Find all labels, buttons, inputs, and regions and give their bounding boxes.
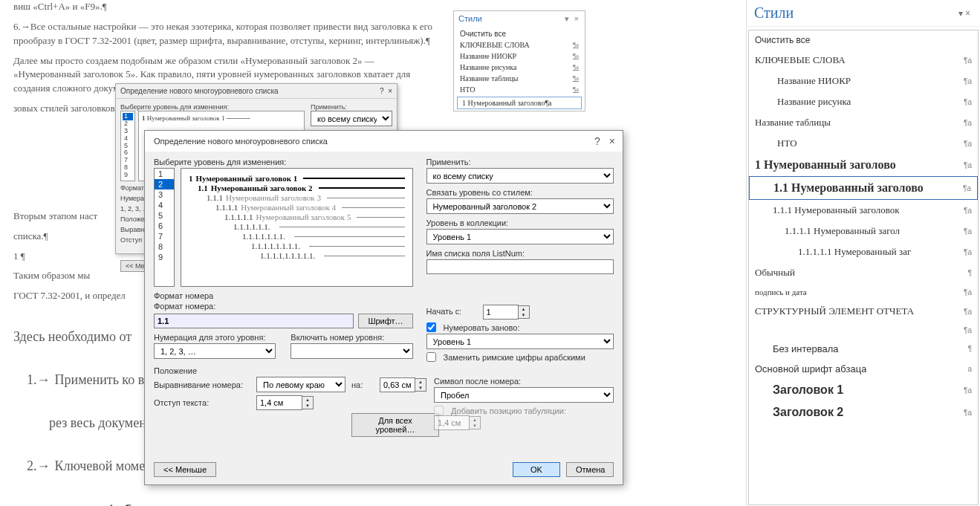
dialog-titlebar: Определение нового многоуровневого списк… xyxy=(145,131,623,152)
style-row[interactable]: НТО¶a xyxy=(749,133,978,154)
style-row[interactable]: Название НИОКР¶a xyxy=(749,71,978,91)
level-preview: 1 Нумерованный заголовок 11.1 Нумерованн… xyxy=(181,168,413,287)
mini-style-item[interactable]: Название таблицы¶a xyxy=(455,73,583,84)
tab-input xyxy=(434,415,470,430)
style-row[interactable]: Без интервала¶ xyxy=(749,339,978,359)
clear-all-link[interactable]: Очистить все xyxy=(455,28,583,39)
style-row[interactable]: КЛЮЧЕВЫЕ СЛОВА¶a xyxy=(749,50,978,71)
link-style-select[interactable]: Нумерованный заголовок 2 xyxy=(426,198,614,214)
follow-select[interactable]: Пробел xyxy=(434,387,614,403)
listnum-label: Имя списка поля ListNum: xyxy=(426,249,614,258)
cancel-button[interactable]: Отмена xyxy=(566,462,614,477)
select-level-label: Выберите уровень для изменения: xyxy=(154,158,413,166)
mini-styles-title: Стили xyxy=(458,14,482,24)
level-option[interactable]: 1 xyxy=(155,169,174,179)
style-row[interactable]: Обычный¶ xyxy=(749,262,978,283)
at-label: на: xyxy=(351,380,374,389)
back-level-list[interactable]: 123456789 xyxy=(120,111,135,181)
help-icon[interactable]: ? xyxy=(380,87,384,95)
spin-up-icon[interactable]: ▲ xyxy=(415,379,426,385)
level-option[interactable]: 8 xyxy=(155,241,174,252)
close-icon[interactable]: × xyxy=(388,87,392,95)
preview-row: 1.1.1.1.1 Нумерованный заголовок 5 xyxy=(189,213,405,221)
close-icon[interactable]: × xyxy=(609,135,615,147)
dropdown-icon[interactable]: ▾ xyxy=(958,8,965,19)
follow-label: Символ после номера: xyxy=(434,377,614,386)
style-row[interactable]: ¶a xyxy=(749,322,978,339)
clear-all-link[interactable]: Очистить все xyxy=(749,30,978,50)
restart-checkbox[interactable] xyxy=(426,322,436,332)
style-row[interactable]: 1.1.1.1 Нумерованный загол¶a xyxy=(749,221,978,241)
position-group-title: Положение xyxy=(154,366,614,375)
preview-row: 1.1.1.1 Нумерованный заголовок 4 xyxy=(189,203,405,212)
style-row[interactable]: 1.1 Нумерованный заголово¶a xyxy=(749,176,978,200)
back-apply-select[interactable]: ко всему списку xyxy=(311,111,392,126)
mini-styles-panel: Стили ▾ × Очистить все КЛЮЧЕВЫЕ СЛОВА¶a … xyxy=(453,10,585,111)
roman-label: Заменить римские цифры арабскими xyxy=(444,353,585,362)
spin-up-icon[interactable]: ▲ xyxy=(302,397,313,403)
mini-style-item[interactable]: Название рисунка¶a xyxy=(455,62,583,73)
style-row[interactable]: подпись и дата¶a xyxy=(749,283,978,301)
style-row[interactable]: Название таблицы¶a xyxy=(749,112,978,133)
back-dialog-title: Определение нового многоуровневого списк… xyxy=(120,87,279,95)
apply-select[interactable]: ко всему списку xyxy=(426,168,614,184)
level-listbox[interactable]: 123456789 xyxy=(154,168,175,287)
style-row[interactable]: Заголовок 2¶a xyxy=(749,401,978,424)
level-option[interactable]: 7 xyxy=(155,231,174,241)
all-levels-button[interactable]: Для всех уровней… xyxy=(351,413,439,437)
level-option[interactable]: 5 xyxy=(155,210,174,221)
styles-pane-title: Стили xyxy=(754,4,794,22)
spin-down-icon[interactable]: ▼ xyxy=(519,312,529,318)
style-row[interactable]: Основной шрифт абзацаa xyxy=(749,359,978,379)
preview-row: 1.1.1.1.1.1.1. xyxy=(189,232,405,241)
preview-row: 1 Нумерованный заголовок 1 xyxy=(189,174,405,183)
collection-select[interactable]: Уровень 1 xyxy=(426,229,614,244)
indent-input[interactable] xyxy=(256,395,302,410)
level-option[interactable]: 4 xyxy=(155,200,174,210)
preview-row: 1.1.1.1.1.1.1.1. xyxy=(189,241,405,250)
restart-label: Нумеровать заново: xyxy=(444,323,520,332)
style-row[interactable]: Название рисунка¶a xyxy=(749,91,978,112)
multilevel-list-dialog: Определение нового многоуровневого списк… xyxy=(144,130,623,485)
spin-down-icon[interactable]: ▼ xyxy=(302,403,313,409)
align-select[interactable]: По левому краю xyxy=(256,377,345,392)
collection-label: Уровень в коллекции: xyxy=(426,218,614,227)
dropdown-icon[interactable]: ▾ xyxy=(565,14,571,23)
style-row[interactable]: СТРУКТУРНЫЙ ЭЛЕМЕНТ ОТЧЕТА¶a xyxy=(749,301,978,322)
mini-style-item[interactable]: КЛЮЧЕВЫЕ СЛОВА¶a xyxy=(455,39,583,51)
mini-style-item[interactable]: Название НИОКР¶a xyxy=(455,51,583,62)
style-row[interactable]: Заголовок 1¶a xyxy=(749,379,978,401)
apply-label: Применить: xyxy=(426,158,614,166)
start-input[interactable] xyxy=(483,305,519,320)
ok-button[interactable]: OK xyxy=(513,462,560,477)
close-icon[interactable]: × xyxy=(965,8,973,19)
style-row[interactable]: 1.1.1.1.1 Нумерованный заг¶a xyxy=(749,241,978,262)
mini-style-selected[interactable]: 1 Нумерованный заголово¶a xyxy=(457,97,582,109)
tab-label: Добавить позицию табуляции: xyxy=(451,406,566,415)
font-button[interactable]: Шрифт… xyxy=(358,314,412,328)
close-icon[interactable]: × xyxy=(574,14,580,23)
level-option[interactable]: 2 xyxy=(155,179,174,189)
spin-up-icon[interactable]: ▲ xyxy=(519,306,529,312)
link-style-label: Связать уровень со стилем: xyxy=(426,188,614,197)
format-input[interactable] xyxy=(154,314,354,328)
align-label: Выравнивание номера: xyxy=(154,380,250,389)
restart-select[interactable]: Уровень 1 xyxy=(426,334,614,349)
spin-down-icon[interactable]: ▼ xyxy=(415,385,426,391)
listnum-input[interactable] xyxy=(426,259,614,274)
level-option[interactable]: 3 xyxy=(155,189,174,200)
at-input[interactable] xyxy=(380,377,415,392)
preview-row: 1.1.1.1.1.1.1.1.1. xyxy=(189,251,405,260)
roman-checkbox[interactable] xyxy=(426,352,436,362)
less-button[interactable]: << Меньше xyxy=(154,462,216,477)
style-row[interactable]: 1.1.1 Нумерованный заголовок¶a xyxy=(749,200,978,221)
include-select[interactable] xyxy=(291,343,412,359)
help-icon[interactable]: ? xyxy=(594,135,600,147)
dialog-title: Определение нового многоуровневого списк… xyxy=(154,137,328,146)
indent-label: Отступ текста: xyxy=(154,398,250,407)
mini-style-item[interactable]: НТО¶a xyxy=(455,84,583,95)
level-option[interactable]: 9 xyxy=(155,252,174,262)
style-row[interactable]: 1 Нумерованный заголово¶a xyxy=(749,154,978,176)
numstyle-select[interactable]: 1, 2, 3, … xyxy=(154,343,276,359)
level-option[interactable]: 6 xyxy=(155,221,174,231)
